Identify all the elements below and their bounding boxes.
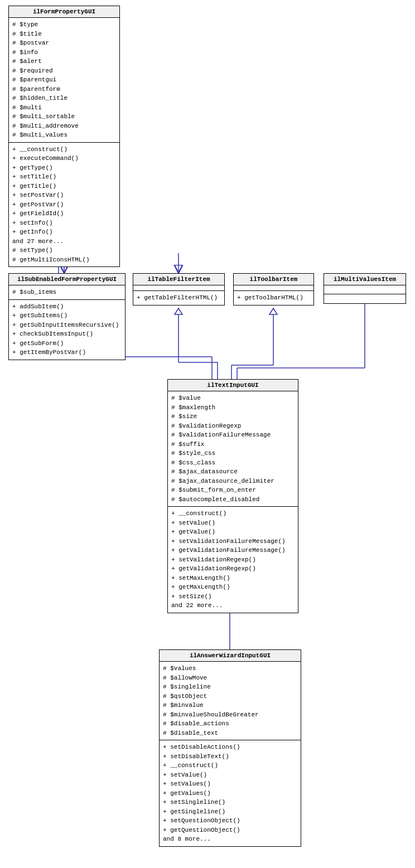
field-line: # $value xyxy=(171,394,295,403)
method-line: + addSubItem() xyxy=(12,302,122,312)
field-line: # $size xyxy=(171,412,295,421)
box-ilMultiValuesItem: ilMultiValuesItem xyxy=(324,273,406,304)
method-line: + getValue() xyxy=(171,527,295,537)
header-ilToolbarItem: ilToolbarItem xyxy=(234,274,313,285)
field-line: # $parentgui xyxy=(12,75,116,85)
diagram-container: ilFormPropertyGUI # $type # $title # $po… xyxy=(0,0,415,868)
section-ilToolbarItem-fields xyxy=(234,285,313,291)
svg-marker-12 xyxy=(175,308,182,314)
method-line: + __construct() xyxy=(12,145,116,154)
section-ilTableFilterItem-methods: + getTableFilterHTML() xyxy=(133,291,224,305)
field-line: # $type xyxy=(12,20,116,30)
method-line: + setValidationRegexp() xyxy=(171,555,295,565)
field-line: # $suffix xyxy=(171,440,295,449)
box-ilSubEnabledFormPropertyGUI: ilSubEnabledFormPropertyGUI # $sub_items… xyxy=(8,273,126,360)
method-line: and 22 more... xyxy=(171,601,295,610)
field-line: # $hidden_title xyxy=(12,94,116,103)
method-line: + getSubItems() xyxy=(12,311,122,321)
method-line: + getSubInputItemsRecursive() xyxy=(12,321,122,330)
method-line: + getPostVar() xyxy=(12,200,116,210)
method-line: + setSize() xyxy=(171,592,295,602)
method-line: + setValues() xyxy=(163,779,297,789)
method-line: + getFieldId() xyxy=(12,209,116,219)
field-line: # $qstObject xyxy=(163,692,297,701)
method-line: + getQuestionObject() xyxy=(163,826,297,835)
field-line: # $postvar xyxy=(12,38,116,48)
field-line: # $validationFailureMessage xyxy=(171,430,295,440)
method-line: + getTableFilterHTML() xyxy=(137,293,221,303)
method-line: + setDisableActions() xyxy=(163,743,297,752)
box-ilAnswerWizardInputGUI: ilAnswerWizardInputGUI # $values # $allo… xyxy=(159,649,301,847)
field-line: # $required xyxy=(12,66,116,76)
box-ilTextInputGUI: ilTextInputGUI # $value # $maxlength # $… xyxy=(167,379,298,613)
method-line: + setPostVar() xyxy=(12,191,116,200)
method-line: + setMaxLength() xyxy=(171,574,295,583)
field-line: # $values xyxy=(163,664,297,673)
header-ilAnswerWizardInputGUI: ilAnswerWizardInputGUI xyxy=(160,650,301,662)
method-line: + setQuestionObject() xyxy=(163,816,297,826)
field-line: # $singleline xyxy=(163,682,297,692)
method-line: + setSingleline() xyxy=(163,798,297,807)
box-ilToolbarItem: ilToolbarItem + getToolbarHTML() xyxy=(233,273,314,306)
method-line: + getToolbarHTML() xyxy=(237,293,310,303)
section-ilAnswerWizard-methods: + setDisableActions() + setDisableText()… xyxy=(160,740,301,846)
section-ilSubEnabled-methods: + addSubItem() + getSubItems() + getSubI… xyxy=(9,300,125,360)
method-line: + getValues() xyxy=(163,789,297,798)
field-line: # $minvalueShouldBeGreater xyxy=(163,710,297,720)
method-line: + setDisableText() xyxy=(163,752,297,762)
field-line: # $multi xyxy=(12,103,116,113)
method-line: + __construct() xyxy=(163,761,297,770)
section-ilMultiValuesItem-methods xyxy=(324,294,406,303)
field-line: # $ajax_datasource xyxy=(171,467,295,477)
method-line: + setValidationFailureMessage() xyxy=(171,537,295,546)
field-line: # $info xyxy=(12,48,116,57)
box-ilFormPropertyGUI: ilFormPropertyGUI # $type # $title # $po… xyxy=(8,6,120,267)
method-line: + getItemByPostVar() xyxy=(12,348,122,357)
method-line: + getValidationFailureMessage() xyxy=(171,546,295,555)
header-ilMultiValuesItem: ilMultiValuesItem xyxy=(324,274,406,285)
field-line: # $sub_items xyxy=(12,288,122,297)
method-line: + checkSubItemsInput() xyxy=(12,329,122,339)
section-ilTextInputGUI-methods: + __construct() + setValue() + getValue(… xyxy=(168,507,298,613)
section-ilTableFilterItem-fields xyxy=(133,285,224,291)
field-line: # $validationRegexp xyxy=(171,421,295,431)
section-ilFormPropertyGUI-fields: # $type # $title # $postvar # $info # $a… xyxy=(9,18,119,143)
method-line: + getValidationRegexp() xyxy=(171,564,295,574)
field-line: # $autocomplete_disabled xyxy=(171,495,295,505)
field-line: # $title xyxy=(12,30,116,39)
method-line: + getSingleline() xyxy=(163,807,297,817)
section-ilTextInputGUI-fields: # $value # $maxlength # $size # $validat… xyxy=(168,391,298,507)
method-line: + getSubForm() xyxy=(12,339,122,348)
field-line: # $multi_addremove xyxy=(12,122,116,131)
field-line: # $multi_values xyxy=(12,130,116,140)
method-line: + getType() xyxy=(12,163,116,173)
section-ilFormPropertyGUI-methods: + __construct() + executeCommand() + get… xyxy=(9,143,119,267)
field-line: # $minvalue xyxy=(163,701,297,710)
method-line: + setInfo() xyxy=(12,219,116,228)
field-line: # $alert xyxy=(12,57,116,66)
method-line: + setTitle() xyxy=(12,172,116,182)
method-line: + getInfo() xyxy=(12,227,116,237)
svg-marker-16 xyxy=(269,308,277,314)
header-ilSubEnabledFormPropertyGUI: ilSubEnabledFormPropertyGUI xyxy=(9,274,125,285)
method-line: + setValue() xyxy=(163,770,297,780)
field-line: # $css_class xyxy=(171,458,295,468)
field-line: # $parentform xyxy=(12,85,116,94)
field-line: # $multi_sortable xyxy=(12,112,116,122)
method-line: + __construct() xyxy=(171,509,295,518)
header-ilFormPropertyGUI: ilFormPropertyGUI xyxy=(9,6,119,18)
method-line: + executeCommand() xyxy=(12,154,116,163)
method-line: + getMaxLength() xyxy=(171,583,295,592)
field-line: # $disable_text xyxy=(163,729,297,738)
method-line: # setType() xyxy=(12,246,116,255)
method-line: # getMultiIconsHTML() xyxy=(12,255,116,265)
section-ilToolbarItem-methods: + getToolbarHTML() xyxy=(234,291,313,305)
field-line: # $ajax_datasource_delimiter xyxy=(171,477,295,486)
field-line: # $maxlength xyxy=(171,403,295,413)
field-line: # $submit_form_on_enter xyxy=(171,486,295,495)
section-ilAnswerWizard-fields: # $values # $allowMove # $singleline # $… xyxy=(160,662,301,740)
box-ilTableFilterItem: ilTableFilterItem + getTableFilterHTML() xyxy=(133,273,225,306)
header-ilTextInputGUI: ilTextInputGUI xyxy=(168,380,298,391)
header-ilTableFilterItem: ilTableFilterItem xyxy=(133,274,224,285)
field-line: # $disable_actions xyxy=(163,719,297,729)
